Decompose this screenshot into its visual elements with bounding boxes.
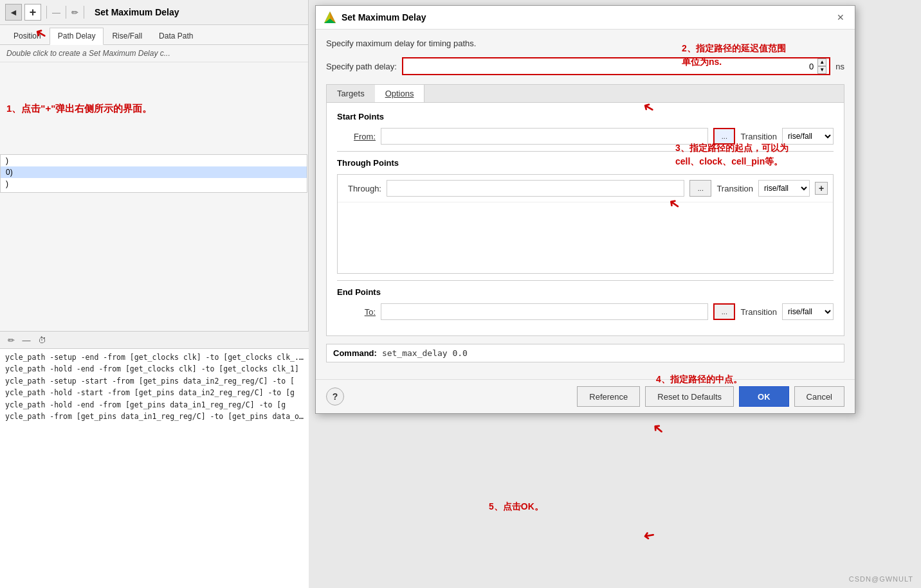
through-header: Through: ... Transition rise/fall rise f… [338, 175, 833, 202]
to-label: To: [337, 307, 376, 317]
dialog-title: Set Maximum Delay [342, 12, 426, 22]
edit-icon: ✏ [71, 8, 78, 17]
code-line-6: ycle_path -from [get_pins data_in1_reg_r… [5, 411, 304, 422]
dialog-tab-targets[interactable]: Targets [327, 85, 375, 102]
from-transition-label: Transition [740, 132, 777, 141]
from-transition-select[interactable]: rise/fall rise fall [782, 128, 834, 145]
clock-code-icon[interactable]: ⏱ [36, 334, 48, 346]
code-toolbar: ✏ — ⏱ [0, 332, 309, 349]
to-browse-btn[interactable]: ... [713, 303, 735, 320]
list-item-3: ) [1, 178, 307, 190]
help-btn[interactable]: ? [326, 388, 344, 405]
annotation-4: 4、指定路径的中点。 [656, 373, 742, 386]
dialog-tabs-container: Targets Options Start Points From: ... T… [326, 84, 844, 336]
spinner-down[interactable]: ▼ [817, 66, 826, 74]
nav-prev-btn[interactable]: ◄ [5, 4, 22, 21]
tab-path-delay[interactable]: Path Delay [50, 28, 104, 45]
watermark: CSDN@GWNULT [849, 575, 913, 583]
code-area: ✏ — ⏱ ycle_path -setup -end -from [get_c… [0, 331, 309, 588]
dialog-footer: ? Reference Reset to Defaults OK Cancel [316, 379, 855, 413]
reference-btn[interactable]: Reference [577, 386, 640, 407]
dialog-body: Specify maximum delay for timing paths. … [316, 30, 855, 379]
code-line-1: ycle_path -setup -end -from [get_clocks … [5, 352, 304, 363]
dialog-tabs-header: Targets Options [327, 85, 844, 103]
from-input[interactable] [381, 128, 708, 145]
annotation-2: 2、指定路径的延迟值范围 单位为ns. [682, 42, 786, 69]
code-line-3: ycle_path -setup -start -from [get_pins … [5, 375, 304, 387]
list-item-2[interactable]: 0) [1, 166, 307, 178]
list-item-1: ) [1, 155, 307, 166]
to-input[interactable] [381, 303, 708, 320]
toolbar-divider [46, 6, 47, 19]
spinner-up[interactable]: ▲ [817, 58, 826, 66]
toolbar-divider3 [84, 6, 84, 19]
dialog-app-icon [324, 11, 336, 24]
command-value: set_max_delay 0.0 [382, 348, 468, 358]
to-transition-select[interactable]: rise/fall rise fall [782, 303, 834, 320]
spinner-btns: ▲ ▼ [817, 58, 826, 74]
code-line-4: ycle_path -hold -start -from [get_pins d… [5, 387, 304, 398]
tab-data-path[interactable]: Data Path [150, 28, 201, 44]
from-label: From: [337, 132, 376, 141]
through-transition-select[interactable]: rise/fall rise fall [758, 180, 810, 197]
through-transition-label: Transition [716, 184, 753, 193]
dialog-titlebar: Set Maximum Delay ✕ [316, 6, 855, 30]
through-input[interactable] [387, 180, 684, 197]
end-points-row: To: ... Transition rise/fall rise fall [337, 303, 834, 320]
dialog-tab-options[interactable]: Options [375, 85, 425, 102]
toolbar-title: Set Maximum Delay [95, 7, 179, 17]
tab-rise-fall[interactable]: Rise/Fall [104, 28, 150, 44]
command-label: Command: [333, 348, 377, 358]
to-transition-label: Transition [740, 307, 777, 317]
edit-code-icon[interactable]: ✏ [5, 334, 17, 346]
code-line-2: ycle_path -hold -end -from [get_clocks c… [5, 363, 304, 375]
through-section: Through: ... Transition rise/fall rise f… [337, 174, 834, 274]
code-line-5: ycle_path -hold -end -from [get_pins dat… [5, 399, 304, 411]
dialog-title-left: Set Maximum Delay [324, 11, 426, 24]
annotation-5: 5、点击OK。 [489, 501, 543, 513]
left-toolbar: ◄ + — ✏ Set Maximum Delay [0, 0, 308, 25]
command-row: Command: set_max_delay 0.0 [326, 344, 844, 362]
add-btn[interactable]: + [24, 4, 41, 21]
left-panel: ◄ + — ✏ Set Maximum Delay Position Path … [0, 0, 309, 588]
code-lines: ycle_path -setup -end -from [get_clocks … [0, 349, 309, 425]
minus-icon: — [52, 8, 60, 17]
through-body [338, 202, 833, 273]
ok-btn[interactable]: OK [739, 386, 789, 407]
arrow-ann5: ➜ [642, 526, 656, 545]
path-delay-unit: ns [835, 62, 844, 71]
dialog-close-btn[interactable]: ✕ [834, 11, 847, 24]
annotation-3: 3、指定路径的起点，可以为 cell、clock、cell_pin等。 [675, 141, 789, 168]
toolbar-divider2 [66, 6, 66, 19]
start-points-title: Start Points [337, 112, 834, 121]
hint-text: Double click to create a Set Maximum Del… [0, 45, 308, 62]
cancel-btn[interactable]: Cancel [794, 386, 844, 407]
sep2 [337, 280, 834, 281]
annotation-1: 1、点击"+"弹出右侧所示的界面。 [6, 103, 152, 115]
end-points-title: End Points [337, 287, 834, 297]
arrow-ann4: ➜ [649, 419, 669, 439]
through-add-btn[interactable]: + [815, 182, 828, 195]
minus-code-icon[interactable]: — [21, 334, 32, 346]
reset-defaults-btn[interactable]: Reset to Defaults [645, 386, 734, 407]
list-area: ) 0) ) [0, 154, 307, 193]
through-browse-btn[interactable]: ... [689, 180, 711, 197]
through-label: Through: [343, 184, 381, 193]
path-delay-label: Specify path delay: [326, 62, 397, 71]
dialog-tab-content: Start Points From: ... Transition rise/f… [327, 103, 844, 335]
